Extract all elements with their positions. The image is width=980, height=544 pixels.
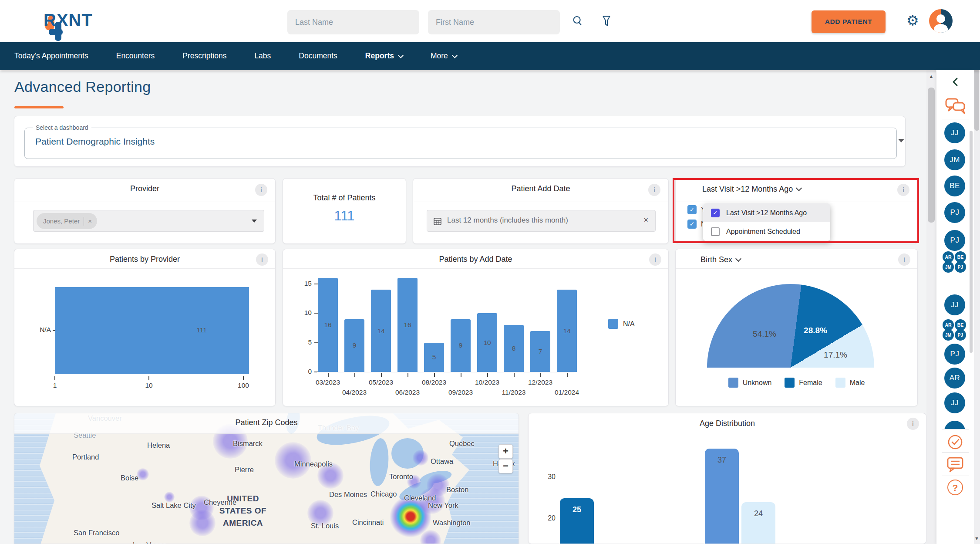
patients-by-add-date-card: Patients by Add Date i 0510151603/202390… (283, 249, 669, 406)
x-tick-label: 05/2023 (364, 378, 398, 386)
chip-separator (84, 217, 84, 226)
bar-chart: 2030253724 (529, 413, 926, 544)
provider-chip[interactable]: Jones, Peter × (37, 213, 97, 229)
last-visit-yes-checkbox[interactable]: ✓ (687, 205, 697, 214)
avatar[interactable]: JJ (944, 294, 965, 315)
map-city-label: Des Moines (329, 490, 367, 499)
map-zoom-in-button[interactable]: + (498, 444, 513, 459)
avatar[interactable]: PJ (944, 230, 965, 251)
map-zoom-out-button[interactable]: − (498, 459, 513, 473)
dashboard-select[interactable]: Select a dashboard (24, 124, 897, 159)
nav-item-documents[interactable]: Documents (299, 51, 337, 61)
pie-slice-label: 54.1% (745, 329, 784, 339)
chart-bar[interactable] (741, 502, 775, 544)
nav-item-labs[interactable]: Labs (254, 51, 271, 61)
map-title: Patient Zip Codes (14, 418, 519, 427)
scroll-up-icon[interactable]: ▲ (926, 74, 936, 79)
nav-item-label: More (431, 51, 448, 61)
chart-bar[interactable] (55, 287, 249, 374)
info-icon[interactable]: i (897, 184, 909, 196)
help-icon[interactable]: ? (947, 480, 963, 495)
y-tick-label: 30 (540, 473, 556, 481)
birth-sex-card: Birth Sex i 54.1% 28.8% 17.1% UnknownFem… (675, 249, 918, 406)
chart-title: Birth Sex (700, 255, 732, 264)
avatar[interactable]: AR (944, 368, 965, 389)
nav-item-label: Labs (254, 51, 271, 61)
scroll-down-icon[interactable]: ▼ (973, 536, 980, 541)
search-icon[interactable] (571, 14, 584, 29)
map-city-label: Pierre (235, 466, 254, 474)
message-icon[interactable] (946, 456, 964, 474)
last-visit-no-checkbox[interactable]: ✓ (687, 220, 697, 229)
avatar[interactable] (929, 9, 953, 33)
bar-value-label: 16 (397, 321, 418, 329)
nav-item-encounters[interactable]: Encounters (116, 51, 155, 61)
sidebar-scrollbar-thumb[interactable] (970, 131, 973, 353)
scrollbar-thumb[interactable] (928, 88, 935, 223)
x-tick-mark (243, 376, 244, 380)
tasks-check-icon[interactable] (946, 433, 964, 453)
avatar[interactable]: BE (944, 176, 965, 196)
avatar[interactable]: JM (943, 329, 954, 341)
nav-item-more[interactable]: More (431, 51, 457, 61)
map-city-label: New York (428, 501, 458, 510)
nav-item-label: Encounters (116, 51, 155, 61)
info-icon[interactable]: i (648, 184, 660, 196)
first-name-input[interactable] (428, 10, 560, 34)
menu-item-appointment-scheduled[interactable]: Appointment Scheduled (703, 222, 830, 241)
chevron-down-icon (452, 53, 458, 58)
map-city-label: Washington (433, 519, 471, 527)
bar-value-label: 111 (189, 326, 215, 334)
page-scrollbar[interactable]: ▲ ▼ (973, 0, 980, 544)
chevron-down-icon[interactable] (252, 220, 257, 223)
add-date-input[interactable]: Last 12 months (includes this month) × (427, 210, 656, 232)
legend-item: N/A (608, 319, 635, 329)
menu-item-last-visit[interactable]: ✓ Last Visit >12 Months Ago (703, 203, 830, 222)
avatar[interactable]: JM (943, 261, 954, 273)
y-tick-label: 15 (298, 280, 312, 287)
info-icon[interactable]: i (898, 253, 910, 266)
x-tick-mark (567, 373, 568, 377)
chevron-down-icon[interactable] (898, 139, 904, 142)
avatar[interactable]: JJ (944, 122, 965, 143)
avatar[interactable]: JJ (944, 392, 965, 413)
legend-swatch (608, 319, 618, 329)
info-icon[interactable]: i (256, 253, 268, 266)
filter-icon[interactable] (600, 14, 613, 29)
heatmap-blob (164, 492, 175, 502)
avatar[interactable]: PJ (944, 344, 965, 365)
last-visit-title[interactable]: Last Visit >12 Months Ago (702, 185, 801, 194)
checked-checkbox[interactable]: ✓ (711, 209, 720, 217)
map-city-label: Las Vegas (133, 541, 166, 544)
clear-icon[interactable]: × (643, 216, 648, 225)
content-scrollbar[interactable]: ▲ (926, 70, 936, 544)
gear-icon[interactable]: ⚙ (906, 14, 919, 27)
avatar[interactable]: JM (944, 149, 965, 170)
avatar[interactable] (944, 421, 965, 429)
x-tick-label: 11/2023 (496, 389, 531, 396)
unchecked-checkbox[interactable] (711, 227, 720, 236)
nav-item-today-s-appointments[interactable]: Today's Appointments (14, 51, 88, 61)
last-name-input[interactable] (287, 10, 419, 34)
legend-swatch (835, 378, 845, 388)
chip-remove-icon[interactable]: × (88, 217, 92, 225)
chevron-down-icon (796, 185, 802, 191)
last-visit-title-label: Last Visit >12 Months Ago (702, 185, 793, 193)
map-city-label: Ottawa (431, 457, 453, 466)
map-city-label: Cheyenne (204, 498, 236, 507)
nav-item-prescriptions[interactable]: Prescriptions (182, 51, 226, 61)
map-city-label: Bismarck (233, 439, 263, 448)
add-patient-button[interactable]: ADD PATIENT (812, 10, 886, 33)
avatar[interactable]: PJ (955, 329, 966, 341)
x-tick-label: 06/2023 (390, 389, 425, 396)
avatar[interactable]: PJ (955, 261, 966, 273)
add-date-card: Patient Add Date i Last 12 months (inclu… (413, 178, 669, 244)
provider-select[interactable]: Jones, Peter × (33, 210, 264, 232)
info-icon[interactable]: i (255, 184, 267, 196)
nav-item-reports[interactable]: Reports (365, 51, 403, 61)
patients-by-provider-card: Patients by Provider i N/A 111 1 10 100 (14, 249, 276, 406)
dashboard-select-label: Select a dashboard (33, 124, 91, 131)
birth-sex-title[interactable]: Birth Sex (700, 255, 741, 264)
avatar[interactable]: PJ (944, 202, 965, 223)
right-sidebar: JJJMBEPJPJARBEJMPJJJARBEJMPJPJARJJ ? (936, 70, 974, 544)
